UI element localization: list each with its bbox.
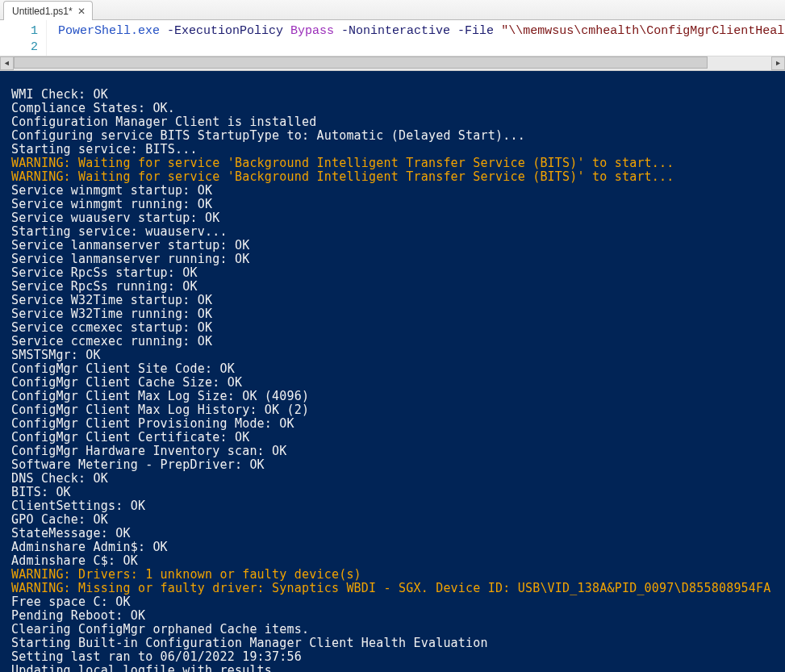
line-number: 1 — [0, 23, 38, 40]
console-line: Service ccmexec running: OK — [11, 334, 212, 349]
console-line: Clearing ConfigMgr orphaned Cache items. — [11, 622, 309, 637]
editor-pane: Untitled1.ps1* ✕ 1 2 PowerShell.exe -Exe… — [0, 0, 785, 71]
scroll-track[interactable] — [14, 56, 771, 70]
token-space — [494, 24, 501, 38]
line-number: 2 — [0, 40, 38, 56]
console-line: ConfigMgr Client Provisioning Mode: OK — [11, 416, 294, 431]
console-line: Software Metering - PrepDriver: OK — [11, 457, 265, 472]
code-content[interactable]: PowerShell.exe -ExecutionPolicy Bypass -… — [47, 20, 784, 56]
console-line: ConfigMgr Hardware Inventory scan: OK — [11, 444, 287, 458]
console-warning: WARNING: Waiting for service 'Background… — [11, 156, 674, 170]
console-line: ConfigMgr Client Cache Size: OK — [11, 375, 242, 390]
token-param: -File — [457, 24, 494, 38]
close-icon[interactable]: ✕ — [77, 6, 86, 16]
console-line: Adminshare Admin$: OK — [11, 540, 168, 554]
console-line: Starting service: BITS... — [11, 142, 198, 157]
tab-untitled[interactable]: Untitled1.ps1* ✕ — [3, 1, 93, 20]
console-line: ConfigMgr Client Certificate: OK — [11, 430, 249, 445]
token-command: PowerShell.exe — [58, 24, 160, 38]
console-line: SMSTSMgr: OK — [11, 348, 101, 362]
console-line: Service W32Time startup: OK — [11, 293, 212, 307]
console-line: ConfigMgr Client Max Log Size: OK (4096) — [11, 389, 309, 403]
scroll-left-icon[interactable]: ◄ — [0, 56, 14, 70]
console-line: Configuring service BITS StartupType to:… — [11, 128, 525, 143]
token-string: "\\memwsus\cmhealth\ConfigMgrClientHeal — [501, 24, 784, 38]
console-line: Service W32Time running: OK — [11, 307, 212, 321]
token-param: -Noninteractive — [334, 24, 457, 38]
console-line: Service winmgmt startup: OK — [11, 183, 212, 198]
console-line: Updating local logfile with results — [11, 663, 272, 672]
console-line: Service ccmexec startup: OK — [11, 320, 212, 335]
console-line: BITS: OK — [11, 485, 71, 499]
tab-bar: Untitled1.ps1* ✕ — [0, 0, 785, 20]
console-warning: WARNING: Waiting for service 'Background… — [11, 169, 674, 184]
console-line: Service winmgmt running: OK — [11, 197, 212, 211]
console-line: ClientSettings: OK — [11, 499, 145, 513]
token-keyword: Bypass — [290, 24, 334, 38]
console-warning: WARNING: Drivers: 1 unknown or faulty de… — [11, 567, 361, 582]
console-line: DNS Check: OK — [11, 471, 108, 486]
console-line: Service lanmanserver startup: OK — [11, 238, 249, 253]
console-line: ConfigMgr Client Site Code: OK — [11, 361, 235, 376]
console-line: Starting Built-in Configuration Manager … — [11, 636, 488, 650]
console-line: Service lanmanserver running: OK — [11, 252, 249, 266]
code-editor[interactable]: 1 2 PowerShell.exe -ExecutionPolicy Bypa… — [0, 20, 785, 56]
console-line: Adminshare C$: OK — [11, 553, 138, 568]
console-line: Service RpcSs startup: OK — [11, 265, 198, 280]
horizontal-scrollbar[interactable]: ◄ ► — [0, 56, 785, 70]
console-line: Free space C: OK — [11, 595, 131, 609]
console-output[interactable]: WMI Check: OK Compliance States: OK. Con… — [0, 71, 785, 672]
console-line: StateMessage: OK — [11, 526, 131, 541]
scroll-thumb[interactable] — [14, 56, 708, 69]
console-line: GPO Cache: OK — [11, 512, 108, 527]
token-param: -ExecutionPolicy — [160, 24, 290, 38]
tab-title: Untitled1.ps1* — [12, 6, 73, 17]
console-line: Service wuauserv startup: OK — [11, 211, 219, 225]
line-gutter: 1 2 — [0, 20, 47, 56]
console-line: WMI Check: OK — [11, 87, 108, 102]
console-line: ConfigMgr Client Max Log History: OK (2) — [11, 403, 309, 417]
console-line: Setting last ran to 06/01/2022 19:37:56 — [11, 649, 302, 664]
console-warning: WARNING: Missing or faulty driver: Synap… — [11, 581, 771, 595]
console-line: Pending Reboot: OK — [11, 608, 145, 623]
console-line: Configuration Manager Client is installe… — [11, 115, 316, 129]
console-line: Compliance States: OK. — [11, 101, 175, 115]
console-line: Service RpcSs running: OK — [11, 279, 198, 294]
console-line: Starting service: wuauserv... — [11, 224, 228, 239]
scroll-right-icon[interactable]: ► — [771, 56, 785, 70]
